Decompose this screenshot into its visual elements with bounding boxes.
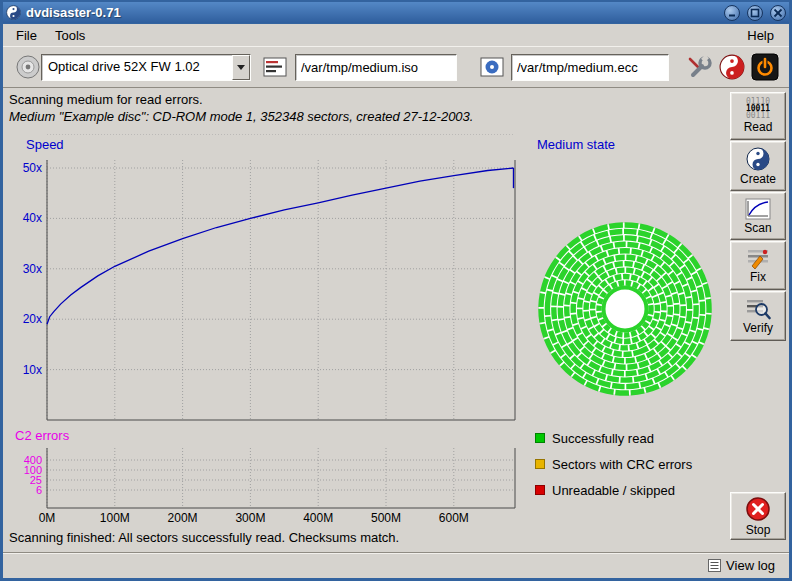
scan-chart-icon (745, 198, 771, 220)
read-button-label: Read (744, 120, 773, 134)
speed-and-c2-chart: 0M100M200M300M400M500M600M0x10x20x30x40x… (9, 134, 529, 536)
svg-text:500M: 500M (371, 511, 401, 525)
svg-text:40x: 40x (23, 211, 42, 225)
chevron-down-icon (237, 65, 245, 70)
toolbar: Optical drive 52X FW 1.02 (3, 46, 789, 88)
close-icon (773, 8, 783, 18)
read-binary-icon: 01110 10011 00111 (746, 98, 770, 119)
legend-swatch-unreadable (535, 485, 545, 495)
ecc-file-icon (480, 55, 504, 79)
menu-item-tools[interactable]: Tools (46, 26, 94, 45)
svg-text:200M: 200M (168, 511, 198, 525)
drive-status-icon (15, 54, 41, 80)
view-log-label: View log (726, 558, 775, 573)
stop-button[interactable]: Stop (730, 492, 786, 540)
legend-label-unreadable: Unreadable / skipped (552, 483, 675, 498)
stop-button-label: Stop (746, 523, 771, 537)
svg-text:6: 6 (36, 484, 42, 496)
status-line-1: Scanning medium for read errors. (9, 92, 203, 107)
quit-power-button[interactable] (751, 53, 779, 81)
client-area: File Tools Help Optical drive 52X FW 1.0… (3, 24, 789, 578)
log-list-icon (708, 559, 721, 572)
app-icon (6, 5, 21, 20)
window-title: dvdisaster-0.71 (26, 5, 717, 20)
footer-status: Scanning finished: All sectors successfu… (9, 530, 399, 545)
svg-text:400M: 400M (303, 511, 333, 525)
svg-text:20x: 20x (23, 312, 42, 326)
medium-state-title: Medium state (537, 137, 615, 152)
legend-item-success: Successfully read (535, 425, 692, 451)
fix-button[interactable]: Fix (730, 241, 786, 290)
app-window: dvdisaster-0.71 File Tools Help (0, 0, 792, 581)
verify-button-label: Verify (743, 321, 773, 335)
dvdisaster-logo-icon[interactable] (719, 54, 745, 80)
svg-text:30x: 30x (23, 262, 42, 276)
legend-label-crc: Sectors with CRC errors (552, 457, 692, 472)
verify-magnifier-icon (745, 297, 771, 320)
legend-item-unreadable: Unreadable / skipped (535, 477, 692, 503)
status-line-2: Medium "Example disc": CD-ROM mode 1, 35… (9, 109, 473, 124)
verify-button[interactable]: Verify (730, 291, 786, 341)
iso-file-icon (263, 55, 287, 79)
ecc-path-input[interactable] (511, 54, 669, 81)
svg-text:300M: 300M (235, 511, 265, 525)
menu-item-file[interactable]: File (7, 26, 46, 45)
view-log-button[interactable]: View log (704, 556, 779, 575)
legend-swatch-crc (535, 459, 545, 469)
svg-text:50x: 50x (23, 161, 42, 175)
legend-swatch-success (535, 433, 545, 443)
svg-text:0M: 0M (39, 511, 56, 525)
bottombar: View log (3, 552, 789, 578)
menubar: File Tools Help (3, 24, 789, 46)
preferences-wrench-icon[interactable] (685, 53, 713, 81)
drive-select[interactable]: Optical drive 52X FW 1.02 (41, 54, 251, 81)
scan-button[interactable]: Scan (730, 192, 786, 240)
svg-text:600M: 600M (439, 511, 469, 525)
scan-button-label: Scan (744, 221, 771, 235)
medium-state-legend: Successfully read Sectors with CRC error… (535, 425, 692, 503)
minimize-icon (727, 8, 737, 18)
minimize-button[interactable] (724, 5, 740, 21)
legend-label-success: Successfully read (552, 431, 654, 446)
stop-icon (744, 496, 772, 522)
read-button[interactable]: 01110 10011 00111 Read (730, 92, 786, 140)
maximize-button[interactable] (747, 5, 763, 21)
svg-text:0x: 0x (29, 134, 42, 137)
create-button[interactable]: Create (730, 141, 786, 191)
fix-button-label: Fix (750, 270, 766, 284)
create-button-label: Create (740, 172, 776, 186)
maximize-icon (750, 8, 760, 18)
drive-select-arrow-button[interactable] (232, 55, 250, 80)
legend-item-crc: Sectors with CRC errors (535, 451, 692, 477)
drive-select-value: Optical drive 52X FW 1.02 (42, 55, 232, 80)
yin-yang-icon (746, 147, 770, 171)
svg-text:10x: 10x (23, 363, 42, 377)
svg-text:100M: 100M (100, 511, 130, 525)
close-button[interactable] (770, 5, 786, 21)
medium-state-disc (536, 220, 714, 398)
fix-icon (745, 247, 771, 269)
titlebar[interactable]: dvdisaster-0.71 (3, 2, 789, 23)
menu-item-help[interactable]: Help (738, 26, 783, 45)
iso-path-input[interactable] (295, 54, 457, 81)
